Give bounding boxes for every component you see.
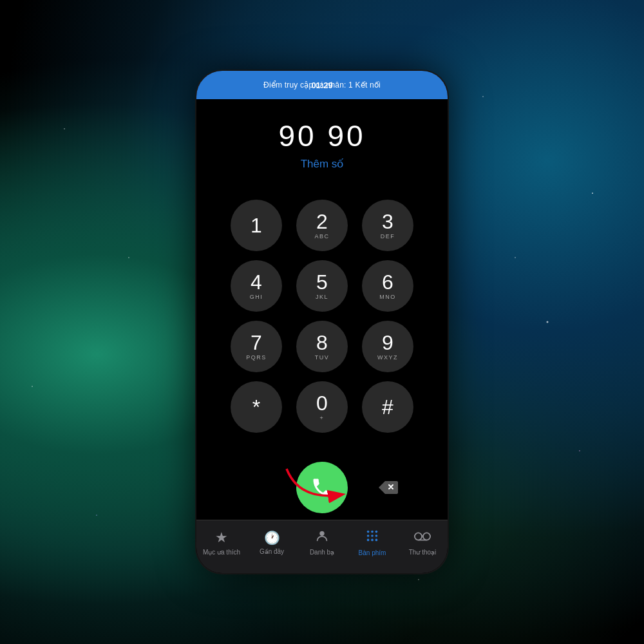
keypad-row-1: 1 2 ABC 3 DEF [231,200,413,251]
svg-point-1 [319,531,324,536]
add-number-link[interactable]: Thêm số [209,157,435,171]
status-time: 01:29 [311,80,332,90]
tab-bar: ★ Mục ưa thích 🕐 Gần đây Danh bạ [196,520,448,573]
svg-point-2 [367,530,370,533]
tab-favorites-label: Mục ưa thích [203,549,240,556]
call-button[interactable] [296,462,348,513]
key-star[interactable]: * [231,381,282,433]
number-display: 90 90 Thêm số [196,99,448,175]
keypad-row-3: 7 PQRS 8 TUV 9 WXYZ [231,321,413,372]
key-7[interactable]: 7 PQRS [231,321,282,372]
keypad-row-2: 4 GHI 5 JKL 6 MNO [231,260,413,312]
tab-voicemail[interactable]: Thư thoại [397,529,448,556]
svg-point-8 [367,538,370,541]
tab-voicemail-label: Thư thoại [409,549,437,556]
key-0[interactable]: 0 + [296,381,348,433]
tab-contacts[interactable]: Danh bạ [297,529,347,556]
svg-point-6 [371,535,374,537]
keypad: 1 2 ABC 3 DEF 4 GHI 5 JKL [196,175,448,451]
key-hash[interactable]: # [362,381,413,433]
key-6[interactable]: 6 MNO [362,260,413,312]
key-5[interactable]: 5 JKL [296,260,348,312]
key-1[interactable]: 1 [231,200,282,251]
key-3[interactable]: 3 DEF [362,200,413,251]
tab-recents[interactable]: 🕐 Gần đây [247,530,297,555]
action-placeholder [231,462,282,513]
tab-keypad[interactable]: Bàn phím [347,529,397,556]
svg-point-5 [367,535,370,537]
key-2[interactable]: 2 ABC [296,200,348,251]
svg-point-4 [375,530,378,533]
status-bar: Điểm truy cập cá nhân: 1 Kết nối 01:29 [196,71,448,99]
svg-point-9 [371,538,374,541]
clock-icon: 🕐 [264,530,280,545]
svg-point-11 [415,533,422,540]
tab-recents-label: Gần đây [260,548,284,555]
svg-point-3 [371,530,374,533]
svg-point-7 [375,535,378,537]
star-icon: ★ [215,529,228,546]
key-4[interactable]: 4 GHI [231,260,282,312]
tab-contacts-label: Danh bạ [310,549,334,556]
phone-content: 90 90 Thêm số 1 2 ABC 3 DEF 4 [196,99,448,573]
key-9[interactable]: 9 WXYZ [362,321,413,372]
keypad-row-4: * 0 + # [231,381,413,433]
svg-point-12 [423,533,430,540]
svg-point-10 [375,538,378,541]
tab-keypad-label: Bàn phím [359,549,386,556]
action-row [196,451,448,520]
phone-screen: Điểm truy cập cá nhân: 1 Kết nối 01:29 9… [196,71,448,573]
voicemail-icon [414,529,431,546]
backspace-icon [377,480,398,495]
key-8[interactable]: 8 TUV [296,321,348,372]
dialed-number: 90 90 [209,118,435,153]
keypad-icon [365,529,379,547]
phone-icon [310,476,334,499]
backspace-button[interactable] [362,462,413,513]
tab-favorites[interactable]: ★ Mục ưa thích [196,529,247,556]
person-icon [315,529,329,546]
